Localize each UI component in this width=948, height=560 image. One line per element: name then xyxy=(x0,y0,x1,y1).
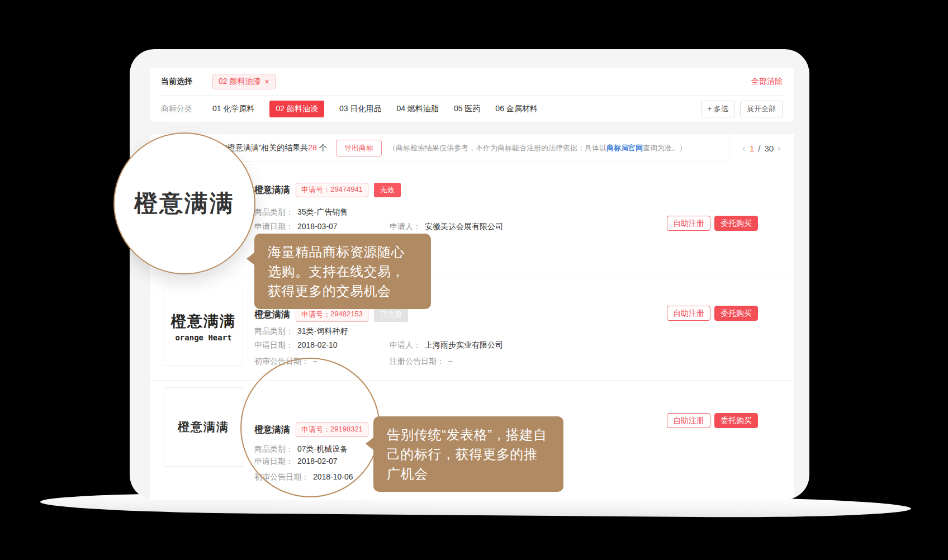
entrust-purchase-button[interactable]: 委托购买 xyxy=(714,413,758,428)
clear-all-link[interactable]: 全部清除 xyxy=(751,77,783,87)
row-actions: 自助注册 委托购买 xyxy=(667,216,758,231)
category-item-01[interactable]: 01 化学原料 xyxy=(212,104,254,114)
page-current: 1 xyxy=(750,144,754,153)
registration-pair: 注册公告日期：– xyxy=(390,357,453,367)
category-row: 商标分类 01 化学原料 02 颜料油漆 03 日化用品 04 燃料油脂 05 … xyxy=(161,96,783,122)
thumbnail-subtext: orange Heart xyxy=(175,333,231,342)
expand-all-button[interactable]: 展开全部 xyxy=(740,101,783,117)
application-number-badge: 申请号：29482153 xyxy=(296,307,368,322)
trademark-thumbnail[interactable]: 橙意满满 xyxy=(164,387,243,467)
selected-filter-tag[interactable]: 02 颜料油漆 × xyxy=(212,74,276,89)
category-item-06[interactable]: 06 金属材料 xyxy=(495,104,537,114)
category-item-03[interactable]: 03 日化用品 xyxy=(339,104,381,114)
row-actions: 自助注册 委托购买 xyxy=(667,413,758,428)
application-number-badge: 申请号：29474941 xyxy=(296,183,368,197)
self-register-button[interactable]: 自助注册 xyxy=(667,216,710,231)
status-badge: 已注册 xyxy=(374,307,408,322)
magnifier-circle xyxy=(240,358,380,497)
category-line: 商品类别：31类-饲料种籽 xyxy=(254,326,348,338)
trademark-name[interactable]: 橙意满满 xyxy=(254,309,290,321)
applicant-pair: 申请人：安徽美达会展有限公司 xyxy=(390,222,503,232)
category-list: 01 化学原料 02 颜料油漆 03 日化用品 04 燃料油脂 05 医药 06… xyxy=(212,101,538,117)
results-disclaimer: （商标检索结果仅供参考，不作为商标能否注册的法律依据；具体以商标局官网查询为准。… xyxy=(388,143,686,153)
callout-bubble-promotion: 告别传统“发表格”，搭建自己的标行，获得更多的推广机会 xyxy=(373,416,563,492)
current-selection-label: 当前选择 xyxy=(161,77,192,87)
self-register-button[interactable]: 自助注册 xyxy=(667,306,710,321)
magnifier-circle: 橙意满满 xyxy=(113,132,255,274)
entrust-purchase-button[interactable]: 委托购买 xyxy=(714,306,758,321)
applicant-pair: 申请人：上海雨步实业有限公司 xyxy=(390,340,503,350)
magnified-trademark-text: 橙意满满 xyxy=(134,188,235,219)
trademark-office-link[interactable]: 商标局官网 xyxy=(606,144,643,152)
category-item-05[interactable]: 05 医药 xyxy=(454,104,480,114)
self-register-button[interactable]: 自助注册 xyxy=(667,413,710,428)
dates-line: 申请日期：2018-02-10 申请人：上海雨步实业有限公司 xyxy=(254,340,338,352)
pagination: ‹ 1 / 30 › xyxy=(729,134,794,162)
export-trademarks-button[interactable]: 导出商标 xyxy=(336,140,382,156)
disclaimer-pre: （商标检索结果仅供参考，不作为商标能否注册的法律依据；具体以 xyxy=(388,144,606,152)
trademark-title-line: 橙意满满 申请号：29482153 已注册 xyxy=(254,308,408,321)
selected-filter-tag-label: 02 颜料油漆 xyxy=(219,77,260,87)
chevron-left-icon[interactable]: ‹ xyxy=(742,143,746,154)
current-selection-row: 当前选择 02 颜料油漆 × 全部清除 xyxy=(161,68,783,95)
trademark-title-line: 橙意满满 申请号：29474941 无效 xyxy=(254,183,401,197)
page-separator: / xyxy=(758,144,760,153)
results-count: 28 xyxy=(308,143,317,152)
callout-bubble-resources: 海量精品商标资源随心选购。支持在线交易，获得更多的交易机会 xyxy=(254,234,431,309)
dates-line: 申请日期：2018-03-07 申请人：安徽美达会展有限公司 xyxy=(254,222,338,233)
page-total: 30 xyxy=(764,144,774,153)
result-row: 橙意满满 orange Heart 橙意满满 申请号：29482153 已注册 … xyxy=(150,274,794,381)
filter-card: 当前选择 02 颜料油漆 × 全部清除 商标分类 01 化学原料 02 颜料油漆… xyxy=(150,68,794,122)
category-label: 商标分类 xyxy=(161,104,192,114)
category-actions: + 多选 展开全部 xyxy=(701,101,783,117)
entrust-purchase-button[interactable]: 委托购买 xyxy=(714,216,758,231)
thumbnail-text: 橙意满满 xyxy=(178,419,229,435)
trademark-name[interactable]: 橙意满满 xyxy=(254,184,290,196)
row-actions: 自助注册 委托购买 xyxy=(667,306,758,321)
disclaimer-post: 查询为准。） xyxy=(643,144,686,152)
status-badge: 无效 xyxy=(374,183,401,197)
trademark-thumbnail[interactable]: 橙意满满 orange Heart xyxy=(164,287,243,366)
category-item-02-active[interactable]: 02 颜料油漆 xyxy=(269,101,324,117)
results-header: 当前分类下检索到“橙意满满”相关的结果共28个 导出商标 （商标检索结果仅供参考… xyxy=(150,134,794,162)
marketing-composite: 当前选择 02 颜料油漆 × 全部清除 商标分类 01 化学原料 02 颜料油漆… xyxy=(0,0,948,560)
results-unit: 个 xyxy=(319,143,327,152)
close-icon[interactable]: × xyxy=(264,77,269,86)
category-line: 商品类别：35类-广告销售 xyxy=(254,207,348,219)
multi-select-button[interactable]: + 多选 xyxy=(701,101,735,117)
thumbnail-text: 橙意满满 xyxy=(171,311,236,331)
chevron-right-icon[interactable]: › xyxy=(778,143,781,154)
category-item-04[interactable]: 04 燃料油脂 xyxy=(396,104,438,114)
